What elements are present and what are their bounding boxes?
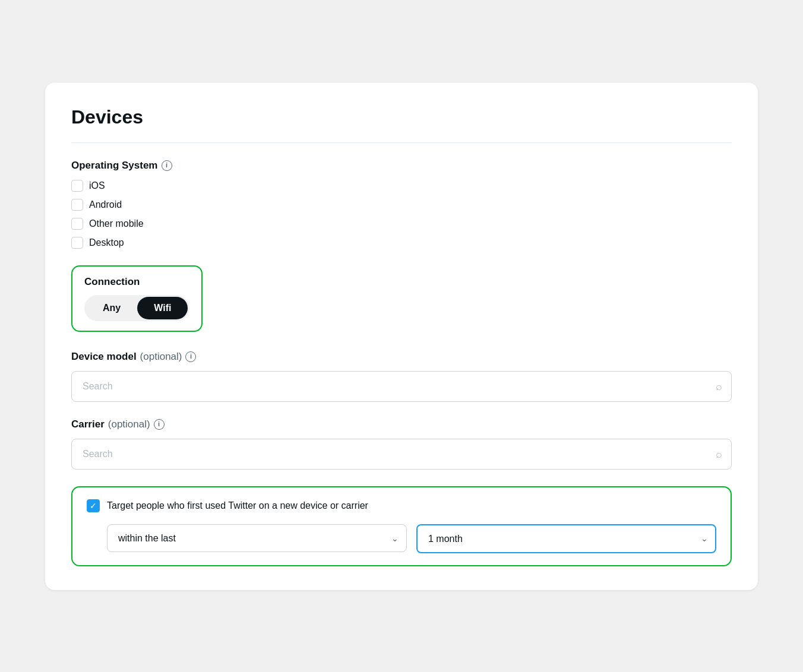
target-checkbox-row: Target people who first used Twitter on …	[87, 499, 716, 512]
duration-dropdown[interactable]: 1 month 2 months 3 months 6 months 1 yea…	[416, 524, 716, 553]
connection-wifi-button[interactable]: Wifi	[137, 297, 188, 319]
checkbox-other-mobile-label: Other mobile	[89, 218, 144, 229]
carrier-search-input[interactable]	[71, 439, 732, 470]
device-model-label: Device model (optional) i	[71, 351, 732, 363]
checkbox-ios-label: iOS	[89, 180, 105, 191]
connection-box: Connection Any Wifi	[71, 265, 203, 332]
os-checkbox-group: iOS Android Other mobile Desktop	[71, 180, 732, 249]
carrier-info-icon[interactable]: i	[154, 419, 165, 430]
target-checkbox-input[interactable]	[87, 499, 100, 512]
checkbox-android-label: Android	[89, 199, 122, 210]
within-last-dropdown-wrapper: within the last more than ⌄	[107, 524, 407, 553]
checkbox-ios[interactable]: iOS	[71, 180, 732, 192]
checkbox-desktop-label: Desktop	[89, 237, 124, 248]
within-last-dropdown[interactable]: within the last more than	[107, 524, 407, 552]
devices-card: Devices Operating System i iOS Android O…	[45, 83, 758, 590]
operating-system-info-icon[interactable]: i	[162, 160, 172, 171]
carrier-label: Carrier (optional) i	[71, 419, 732, 430]
carrier-input-wrapper: ⌕	[71, 439, 732, 470]
section-divider	[71, 142, 732, 143]
connection-section: Connection Any Wifi	[71, 265, 732, 332]
device-model-input-wrapper: ⌕	[71, 371, 732, 402]
duration-dropdown-wrapper: 1 month 2 months 3 months 6 months 1 yea…	[416, 524, 716, 553]
connection-any-button[interactable]: Any	[86, 297, 137, 319]
operating-system-label: Operating System i	[71, 160, 732, 172]
checkbox-android[interactable]: Android	[71, 199, 732, 211]
target-dropdowns-row: within the last more than ⌄ 1 month 2 mo…	[87, 524, 716, 553]
device-model-search-input[interactable]	[71, 371, 732, 402]
carrier-section: Carrier (optional) i ⌕	[71, 419, 732, 470]
checkbox-ios-input[interactable]	[71, 180, 83, 192]
connection-toggle: Any Wifi	[84, 295, 189, 321]
checkbox-desktop-input[interactable]	[71, 237, 83, 249]
operating-system-section: Operating System i iOS Android Other mob…	[71, 160, 732, 249]
connection-label: Connection	[84, 276, 189, 288]
checkbox-other-mobile-input[interactable]	[71, 218, 83, 230]
checkbox-other-mobile[interactable]: Other mobile	[71, 218, 732, 230]
target-label: Target people who first used Twitter on …	[107, 500, 368, 511]
target-section: Target people who first used Twitter on …	[71, 486, 732, 566]
checkbox-desktop[interactable]: Desktop	[71, 237, 732, 249]
checkbox-android-input[interactable]	[71, 199, 83, 211]
device-model-section: Device model (optional) i ⌕	[71, 351, 732, 402]
page-title: Devices	[71, 106, 732, 128]
device-model-info-icon[interactable]: i	[185, 351, 196, 362]
